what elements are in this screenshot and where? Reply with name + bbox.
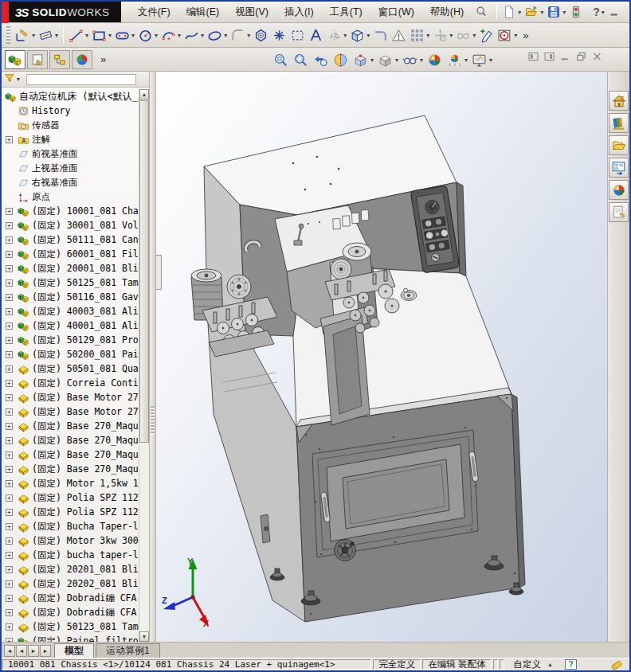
dropdown-caret-icon[interactable]: ▾ xyxy=(602,9,605,16)
dropdown-caret-icon[interactable]: ▾ xyxy=(55,32,58,39)
menu-help[interactable]: 帮助(H) xyxy=(423,3,471,21)
tab-featuremanager[interactable] xyxy=(5,50,25,69)
apply-scene-button[interactable] xyxy=(445,49,464,70)
tree-item-component[interactable]: + (固定) 50116_081 Gavet xyxy=(2,290,139,304)
circle-tool-button[interactable] xyxy=(136,25,155,45)
dropdown-caret-icon[interactable]: ▾ xyxy=(489,57,492,64)
hide-show-items-button[interactable] xyxy=(400,49,420,70)
tree-item-component[interactable]: + (固定) 20201_081 Blind xyxy=(2,562,139,576)
expand-icon[interactable]: + xyxy=(6,222,13,229)
tree-item-component[interactable]: + (固定) 40001_081 Alime xyxy=(2,318,139,333)
panel-tabs-chevron[interactable]: » xyxy=(100,53,106,65)
tree-item-component[interactable]: + (固定) Base 270_Maqui xyxy=(2,462,139,476)
previous-pane-button[interactable] xyxy=(527,51,539,65)
tree-item-component[interactable]: + (固定) Dobradi鏰 CFA.9 xyxy=(2,591,139,605)
expand-icon[interactable]: + xyxy=(6,208,13,215)
filter-funnel-icon[interactable] xyxy=(4,72,15,87)
expand-icon[interactable]: + xyxy=(6,294,13,301)
next-pane-button[interactable] xyxy=(543,51,555,65)
expand-icon[interactable]: + xyxy=(6,236,13,244)
sketch-warning-icon[interactable] xyxy=(390,25,408,45)
expand-icon[interactable]: + xyxy=(6,537,13,545)
expand-icon[interactable]: + xyxy=(6,609,13,616)
expand-icon[interactable]: + xyxy=(6,623,13,631)
tree-item-component[interactable]: + (固定) Polia SPZ 112x1 xyxy=(2,505,139,519)
expand-icon[interactable]: + xyxy=(6,494,13,502)
dropdown-caret-icon[interactable]: ▾ xyxy=(514,32,517,39)
sketch-scope-button[interactable] xyxy=(496,25,514,45)
splitter-handle[interactable] xyxy=(151,406,155,435)
expand-icon[interactable]: + xyxy=(6,322,13,330)
dropdown-caret-icon[interactable]: ▾ xyxy=(131,32,135,39)
tree-item-component[interactable]: + (固定) 50200_081 Paine xyxy=(2,347,139,361)
scrollbar-thumb[interactable] xyxy=(139,100,149,443)
display-style-button[interactable] xyxy=(375,49,395,70)
help-button[interactable]: ? xyxy=(593,6,600,18)
taskpane-design-library-button[interactable] xyxy=(609,113,629,133)
tab-scroll-next-button[interactable]: ► xyxy=(28,645,39,657)
convert-entities-button[interactable] xyxy=(348,25,366,45)
expand-icon[interactable]: + xyxy=(6,480,13,487)
minimize-button[interactable] xyxy=(606,6,622,18)
expand-icon[interactable]: + xyxy=(6,308,13,315)
expand-icon[interactable]: + xyxy=(6,523,13,530)
menu-edit[interactable]: 编辑(E) xyxy=(179,3,227,21)
tree-item-component[interactable]: + (固定) 50123_081 Tampa xyxy=(2,619,139,634)
dropdown-caret-icon[interactable]: ▾ xyxy=(464,57,468,64)
expand-icon[interactable]: + xyxy=(6,394,13,401)
tree-item-history[interactable]: History xyxy=(2,104,139,118)
tree-item-component[interactable]: + (固定) 40003_081 Alime xyxy=(2,304,139,318)
add-relation-button[interactable] xyxy=(477,25,496,45)
edit-appearance-button[interactable] xyxy=(425,49,445,70)
search-icon[interactable] xyxy=(472,3,490,21)
tree-item-component[interactable]: + (固定) Dobradi鏰 CFA.9 xyxy=(2,605,139,619)
expand-icon[interactable]: + xyxy=(6,251,13,258)
status-display-mode[interactable]: 自定义 ▲ xyxy=(506,659,561,670)
dropdown-caret-icon[interactable]: ▾ xyxy=(247,32,250,39)
tree-item-component[interactable]: + (固定) 30001_081 Volan xyxy=(2,218,139,232)
taskpane-resources-button[interactable] xyxy=(609,91,629,111)
toolbar-overflow-chevron[interactable]: » xyxy=(519,29,532,41)
selection-box-button[interactable] xyxy=(288,25,307,45)
tree-item-component[interactable]: + (固定) 60001_081 Filtr xyxy=(2,247,139,261)
menu-view[interactable]: 视图(V) xyxy=(228,3,276,21)
tree-root-item[interactable]: 自动定位机床 (默认<默认_显 xyxy=(2,89,139,104)
document-tab-1[interactable]: 运动算例1 xyxy=(96,643,160,658)
move-entities-button[interactable] xyxy=(431,25,449,45)
zoom-to-area-button[interactable] xyxy=(291,49,311,70)
filter-caret-icon[interactable]: ▾ xyxy=(17,76,20,83)
tree-item-component[interactable]: + (固定) 50501_081 Quadr xyxy=(2,361,139,376)
tree-item-component[interactable]: + (固定) Polia SPZ 112x1 xyxy=(2,490,139,505)
tab-displaymanager[interactable] xyxy=(72,50,92,69)
expand-icon[interactable]: + xyxy=(6,580,13,588)
tree-item-component[interactable]: + (固定) Base Motor 270 xyxy=(2,404,139,419)
dropdown-caret-icon[interactable]: ▾ xyxy=(370,57,374,64)
line-tool-button[interactable] xyxy=(67,25,85,45)
expand-icon[interactable]: + xyxy=(6,638,13,643)
dropdown-caret-icon[interactable]: ▾ xyxy=(562,9,566,16)
tree-item-component[interactable]: + (固定) Bucha Taper-loc xyxy=(2,519,139,533)
tree-item-sensors[interactable]: 传感器 xyxy=(2,118,139,132)
menu-insert[interactable]: 插入(I) xyxy=(277,3,321,21)
zoom-to-fit-button[interactable] xyxy=(271,49,291,70)
tree-item-plane[interactable]: 上视基准面 xyxy=(2,161,139,175)
dropdown-caret-icon[interactable]: ▾ xyxy=(366,32,370,39)
view-orientation-button[interactable] xyxy=(351,49,370,70)
expand-icon[interactable]: + xyxy=(6,136,13,143)
document-restore-button[interactable] xyxy=(575,51,587,65)
new-document-button[interactable] xyxy=(500,3,518,21)
tree-item-component[interactable]: + (固定) Correia Contite xyxy=(2,376,139,390)
tree-item-origin[interactable]: 原点 xyxy=(2,189,139,204)
tree-item-plane[interactable]: 前视基准面 xyxy=(2,147,139,161)
section-view-button[interactable] xyxy=(331,49,351,70)
taskpane-file-explorer-button[interactable] xyxy=(609,135,629,155)
expand-icon[interactable]: + xyxy=(6,279,13,287)
spline-tool-button[interactable] xyxy=(182,25,201,45)
save-button[interactable] xyxy=(545,3,562,21)
expand-icon[interactable]: + xyxy=(6,595,13,602)
dropdown-caret-icon[interactable]: ▾ xyxy=(224,32,227,39)
ellipse-tool-button[interactable] xyxy=(206,25,224,45)
rectangle-tool-button[interactable] xyxy=(90,25,108,45)
dropdown-caret-icon[interactable]: ▾ xyxy=(32,32,35,39)
panel-flyout-stub[interactable] xyxy=(156,255,162,290)
